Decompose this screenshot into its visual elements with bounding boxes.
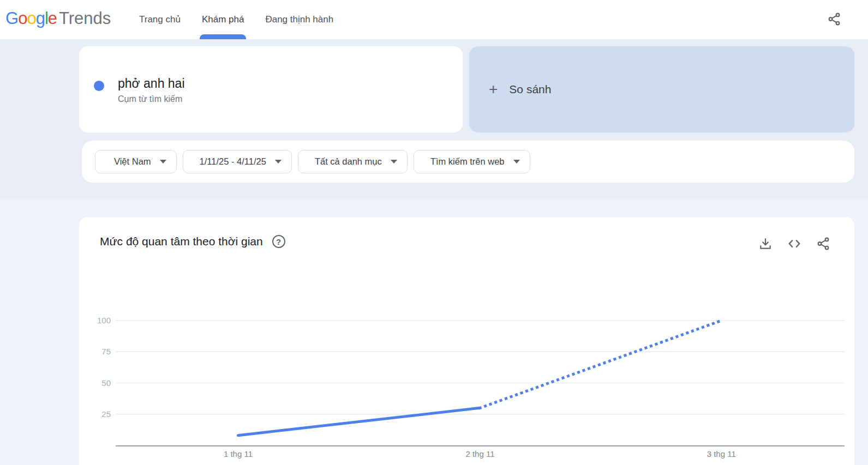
filter-bar-card: Việt Nam 1/11/25 - 4/11/25 Tất cả danh m… <box>82 141 854 183</box>
add-comparison-button[interactable]: + So sánh <box>469 46 854 132</box>
active-tab-underline <box>200 34 247 39</box>
plus-icon: + <box>489 82 498 97</box>
chevron-down-icon <box>513 160 520 164</box>
nav-item-trending[interactable]: Đang thịnh hành <box>265 0 333 39</box>
svg-text:2 thg 11: 2 thg 11 <box>465 449 494 458</box>
nav-item-label: Trang chủ <box>139 14 181 25</box>
google-wordmark: Google <box>5 9 57 28</box>
svg-text:50: 50 <box>101 378 111 388</box>
share-icon[interactable] <box>816 237 830 251</box>
svg-text:100: 100 <box>97 316 111 325</box>
main-nav: Trang chủ Khám phá Đang thịnh hành <box>139 0 333 39</box>
help-icon[interactable]: ? <box>272 235 285 248</box>
svg-text:75: 75 <box>101 347 111 356</box>
svg-text:25: 25 <box>101 409 111 419</box>
region-filter-label: Việt Nam <box>95 156 159 167</box>
region-filter-dropdown[interactable]: Việt Nam <box>95 150 177 173</box>
google-trends-logo[interactable]: GoogleTrends <box>5 9 111 28</box>
chevron-down-icon <box>275 160 282 164</box>
search-term-text: phở anh hai <box>118 76 185 91</box>
download-icon[interactable] <box>758 237 773 251</box>
svg-text:1 thg 11: 1 thg 11 <box>224 449 253 458</box>
search-type-filter-label: Tìm kiếm trên web <box>414 156 512 167</box>
filter-pills: Việt Nam 1/11/25 - 4/11/25 Tất cả danh m… <box>82 141 854 173</box>
search-term-type-label: Cụm từ tìm kiếm <box>118 94 182 104</box>
trend-line-chart: 2550751001 thg 112 thg 113 thg 11 <box>79 294 854 464</box>
chevron-down-icon <box>391 160 397 164</box>
chart-card-header: Mức độ quan tâm theo thời gian ? <box>100 235 285 248</box>
nav-item-label: Đang thịnh hành <box>265 14 333 25</box>
chart-actions <box>758 237 830 251</box>
search-type-filter-dropdown[interactable]: Tìm kiếm trên web <box>414 150 530 173</box>
chevron-down-icon <box>160 160 166 164</box>
nav-item-explore[interactable]: Khám phá <box>202 0 244 39</box>
embed-code-icon[interactable] <box>787 237 801 251</box>
nav-item-label: Khám phá <box>202 14 244 25</box>
series-color-dot <box>94 81 104 91</box>
compare-label: So sánh <box>509 83 551 96</box>
svg-text:3 thg 11: 3 thg 11 <box>707 449 736 458</box>
query-and-filters-section: phở anh hai Cụm từ tìm kiếm + So sánh Vi… <box>0 39 868 200</box>
interest-over-time-chart: 2550751001 thg 112 thg 113 thg 11 <box>79 294 854 464</box>
chart-title: Mức độ quan tâm theo thời gian <box>100 235 263 248</box>
category-filter-dropdown[interactable]: Tất cả danh mục <box>298 150 408 173</box>
results-section: Mức độ quan tâm theo thời gian ? <box>0 200 868 465</box>
top-app-bar: GoogleTrends Trang chủ Khám phá Đang thị… <box>0 0 868 39</box>
share-icon[interactable] <box>825 10 843 29</box>
search-term-card[interactable]: phở anh hai Cụm từ tìm kiếm <box>79 46 463 132</box>
date-range-filter-dropdown[interactable]: 1/11/25 - 4/11/25 <box>183 150 292 173</box>
nav-item-home[interactable]: Trang chủ <box>139 0 181 39</box>
category-filter-label: Tất cả danh mục <box>298 156 390 167</box>
date-range-filter-label: 1/11/25 - 4/11/25 <box>183 156 274 167</box>
interest-over-time-card: Mức độ quan tâm theo thời gian ? <box>79 217 854 465</box>
trends-wordmark: Trends <box>59 9 111 28</box>
